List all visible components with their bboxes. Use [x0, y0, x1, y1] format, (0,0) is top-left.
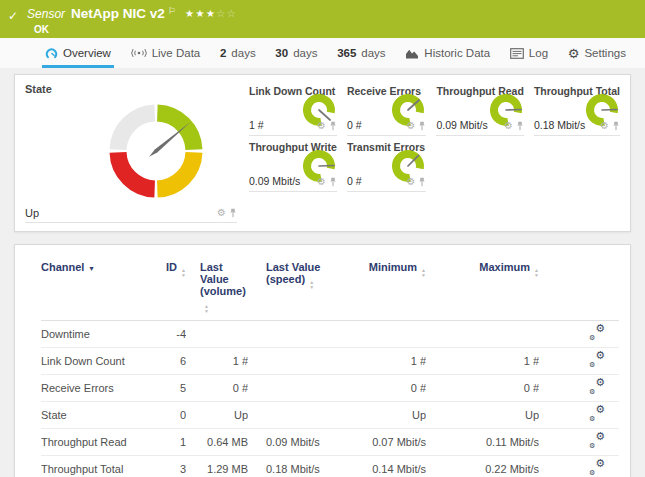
gauge-value: 0.18 Mbit/s	[534, 119, 585, 131]
cell-id: 0	[161, 402, 186, 429]
star-empty-icon[interactable]: ☆	[216, 8, 226, 19]
object-type-label: Sensor	[27, 7, 65, 21]
mini-gauge-grid: Link Down Count 1 # ⚙ Receive Errors 0 #…	[249, 83, 620, 223]
gear-icon[interactable]: ⚙	[600, 121, 609, 131]
column-header-maximum[interactable]: Maximum▲▼	[426, 257, 539, 321]
gear-icon[interactable]: ⚙	[217, 208, 226, 218]
star-filled-icon[interactable]: ★	[195, 8, 205, 19]
star-rating: ★★★☆☆	[185, 8, 237, 19]
tab-number: 2	[220, 47, 226, 59]
tab-label: Overview	[63, 47, 111, 59]
tab-label: days	[361, 47, 385, 59]
tab-log[interactable]: Log	[507, 38, 551, 68]
gauge-value: 0 #	[347, 175, 362, 187]
cell-maximum: 0.11 Mbit/s	[426, 429, 539, 456]
tab-overview[interactable]: Overview	[42, 38, 114, 68]
cell-last_value_speed	[248, 375, 346, 402]
cell-maximum: Up	[426, 402, 539, 429]
cell-last_value_speed: 0.18 Mbit/s	[248, 456, 346, 477]
channel-row-receive-errors: Receive Errors50 #0 #0 #⚙⚙	[41, 375, 619, 402]
tab-30-days[interactable]: 30days	[272, 38, 320, 68]
column-label: Last Value	[266, 261, 320, 273]
channel-settings-gears-icon[interactable]: ⚙⚙	[589, 461, 605, 474]
state-gauge	[99, 95, 213, 207]
cell-last_value_volume: 0 #	[186, 375, 248, 402]
cell-actions: ⚙⚙	[539, 375, 619, 402]
column-header-last_value_speed[interactable]: Last Value(speed)▲▼	[248, 257, 346, 321]
channel-settings-gears-icon[interactable]: ⚙⚙	[589, 326, 605, 339]
cell-last_value_speed	[248, 402, 346, 429]
pin-icon[interactable]	[329, 177, 337, 187]
pin-icon[interactable]	[516, 121, 524, 131]
gauge-tile-throughput-read: Throughput Read 0.09 Mbit/s ⚙	[436, 83, 524, 136]
cell-minimum: 0 #	[346, 375, 426, 402]
channel-settings-gears-icon[interactable]: ⚙⚙	[589, 434, 605, 447]
column-header-id[interactable]: ID▲▼	[161, 257, 186, 321]
channel-settings-gears-icon[interactable]: ⚙⚙	[589, 380, 605, 393]
gear-icon[interactable]: ⚙	[406, 121, 415, 131]
tab-historic-data[interactable]: Historic Data	[402, 38, 493, 68]
column-header-channel[interactable]: Channel▾	[41, 257, 161, 321]
gauge-icon	[45, 47, 58, 59]
gauge-tile-transmit-errors: Transmit Errors 0 # ⚙	[347, 139, 427, 192]
channel-settings-gears-icon[interactable]: ⚙⚙	[589, 353, 605, 366]
cell-maximum: 0.22 Mbit/s	[426, 456, 539, 477]
gauge-tile-throughput-write: Throughput Write 0.09 Mbit/s ⚙	[249, 139, 337, 192]
gauge-tile-state: State Up ⚙	[25, 83, 237, 223]
gauge-needle	[506, 110, 521, 111]
gauge-tile-link-down-count: Link Down Count 1 # ⚙	[249, 83, 337, 136]
tab-live-data[interactable]: Live Data	[128, 38, 204, 68]
sensor-status-badge: OK	[34, 24, 237, 35]
gauge-value: 0.09 Mbit/s	[249, 175, 300, 187]
tab-bar: OverviewLive Data2days30days365daysHisto…	[0, 38, 645, 68]
tab-settings[interactable]: ⚙Settings	[565, 38, 629, 68]
cell-channel[interactable]: Receive Errors	[41, 375, 161, 402]
column-label: Last Value	[200, 261, 229, 285]
pin-icon[interactable]	[418, 177, 426, 187]
cell-actions: ⚙⚙	[539, 348, 619, 375]
channel-table-panel: Channel▾ID▲▼Last Value(volume)▲▼Last Val…	[14, 244, 631, 477]
sort-toggle-icon: ▲▼	[309, 280, 314, 289]
cell-actions: ⚙⚙	[539, 402, 619, 429]
pin-icon[interactable]	[229, 208, 237, 218]
column-header-minimum[interactable]: Minimum▲▼	[346, 257, 426, 321]
gear-icon[interactable]: ⚙	[317, 177, 326, 187]
pin-icon[interactable]	[418, 121, 426, 131]
tab-label: days	[231, 47, 255, 59]
gear-icon[interactable]: ⚙	[504, 121, 513, 131]
gauge-footer: Up ⚙	[25, 207, 237, 223]
log-icon	[510, 48, 524, 59]
gear-icon[interactable]: ⚙	[406, 177, 415, 187]
cell-channel[interactable]: State	[41, 402, 161, 429]
pin-icon[interactable]	[612, 121, 620, 131]
cell-last_value_speed	[248, 321, 346, 348]
tab-365-days[interactable]: 365days	[334, 38, 388, 68]
priority-flag-icon[interactable]: ⚐	[168, 6, 176, 16]
gear-icon[interactable]: ⚙	[317, 121, 326, 131]
star-empty-icon[interactable]: ☆	[227, 8, 237, 19]
cell-last_value_speed	[248, 348, 346, 375]
cell-minimum: Up	[346, 402, 426, 429]
cell-channel[interactable]: Throughput Read	[41, 429, 161, 456]
cell-id: 6	[161, 348, 186, 375]
gauge-value: 0.09 Mbit/s	[436, 119, 487, 131]
cell-channel[interactable]: Throughput Total	[41, 456, 161, 477]
column-header-last_value_volume[interactable]: Last Value(volume)▲▼	[186, 257, 248, 321]
star-filled-icon[interactable]: ★	[206, 8, 216, 19]
star-filled-icon[interactable]: ★	[185, 8, 195, 19]
sort-toggle-icon: ▲▼	[534, 268, 539, 277]
column-label: Minimum	[369, 261, 417, 273]
cell-channel[interactable]: Link Down Count	[41, 348, 161, 375]
pin-icon[interactable]	[329, 121, 337, 131]
sensor-title-block: Sensor NetApp NIC v2 ⚐ ★★★☆☆ OK	[27, 6, 237, 38]
tab-label: Log	[529, 47, 548, 59]
cell-id: 5	[161, 375, 186, 402]
tab-2-days[interactable]: 2days	[217, 38, 259, 68]
cell-id: 1	[161, 429, 186, 456]
channel-settings-gears-icon[interactable]: ⚙⚙	[589, 407, 605, 420]
overview-content: State Up ⚙ Link Down Count 1 # ⚙ Receive…	[0, 68, 645, 477]
sort-toggle-icon: ▲▼	[421, 268, 426, 277]
tab-number: 30	[275, 47, 288, 59]
cell-channel[interactable]: Downtime	[41, 321, 161, 348]
cell-last_value_volume	[186, 321, 248, 348]
